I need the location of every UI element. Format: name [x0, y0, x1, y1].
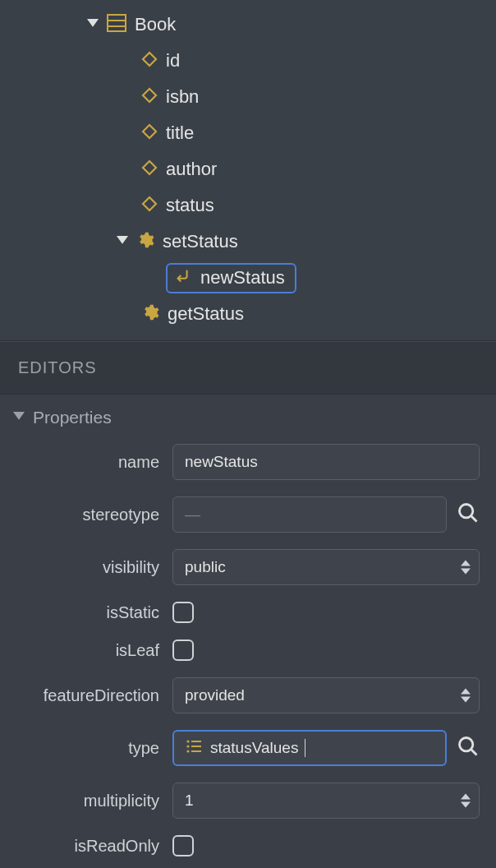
svg-rect-22 [191, 750, 201, 752]
svg-marker-7 [143, 161, 156, 174]
name-value: newStatus [185, 453, 258, 471]
svg-line-24 [471, 749, 477, 755]
selected-node: newStatus [166, 263, 296, 293]
featuredirection-value: provided [185, 686, 245, 704]
svg-marker-6 [143, 125, 156, 138]
type-input[interactable]: statusValues [172, 730, 447, 766]
tree-node-attribute[interactable]: author [0, 151, 496, 187]
name-input[interactable]: newStatus [172, 444, 480, 480]
search-icon[interactable] [457, 735, 480, 762]
svg-rect-18 [191, 741, 201, 742]
isstatic-checkbox[interactable] [172, 602, 194, 623]
tree-label: title [166, 122, 194, 144]
stereotype-input[interactable]: — [172, 496, 447, 533]
svg-marker-26 [461, 801, 471, 807]
select-arrows-icon [461, 688, 471, 703]
tree-label: author [166, 159, 217, 180]
diamond-icon [141, 159, 158, 180]
svg-rect-20 [191, 746, 201, 747]
svg-marker-13 [461, 560, 471, 566]
select-arrows-icon [461, 560, 471, 575]
visibility-label: visibility [16, 558, 172, 577]
tree-label: isbn [166, 86, 199, 108]
multiplicity-select[interactable]: 1 [172, 783, 480, 819]
tree-node-attribute[interactable]: id [0, 43, 496, 79]
section-title: Properties [33, 408, 112, 427]
svg-marker-8 [143, 197, 156, 210]
tree-node-getstatus[interactable]: getStatus [0, 296, 496, 332]
tree-node-attribute[interactable]: status [0, 187, 496, 224]
tree-node-book[interactable]: Book [0, 7, 496, 43]
visibility-select[interactable]: public [172, 549, 480, 585]
search-icon[interactable] [457, 501, 480, 529]
class-icon [107, 14, 126, 36]
visibility-value: public [185, 558, 226, 576]
multiplicity-label: multiplicity [16, 792, 172, 810]
select-arrows-icon [461, 793, 471, 808]
diamond-icon [141, 196, 158, 216]
tree-node-attribute[interactable]: isbn [0, 79, 496, 115]
tree-label: newStatus [200, 267, 285, 289]
tree-label: Book [135, 14, 176, 35]
svg-line-12 [471, 515, 477, 521]
tree-label: id [166, 50, 180, 72]
svg-point-11 [460, 504, 473, 517]
multiplicity-value: 1 [185, 792, 194, 810]
properties-form: name newStatus stereotype — visibility p… [0, 441, 496, 868]
isreadonly-checkbox[interactable] [172, 835, 194, 856]
expander-icon[interactable] [117, 236, 128, 247]
diamond-icon [141, 123, 158, 144]
svg-rect-1 [108, 15, 126, 31]
svg-marker-15 [461, 688, 471, 694]
featuredirection-label: featureDirection [16, 686, 172, 705]
isreadonly-label: isReadOnly [16, 837, 172, 856]
svg-marker-0 [87, 19, 99, 27]
svg-point-23 [460, 737, 473, 750]
isleaf-checkbox[interactable] [172, 639, 194, 661]
properties-section-header[interactable]: Properties [0, 395, 496, 441]
svg-marker-14 [461, 568, 471, 574]
type-label: type [16, 739, 172, 758]
svg-point-21 [186, 750, 189, 752]
editors-header: EDITORS [0, 341, 496, 395]
tree-label: status [166, 195, 214, 216]
svg-marker-16 [461, 696, 471, 702]
enum-icon [186, 739, 202, 758]
expander-icon[interactable] [87, 19, 99, 30]
gear-icon [141, 303, 159, 326]
svg-marker-4 [143, 53, 156, 66]
tree-node-newstatus[interactable]: newStatus [0, 260, 496, 296]
return-icon [174, 267, 192, 289]
stereotype-label: stereotype [16, 506, 172, 524]
type-value: statusValues [210, 739, 298, 757]
svg-marker-25 [461, 793, 471, 799]
stereotype-placeholder: — [185, 506, 200, 524]
gear-icon [136, 231, 154, 253]
diamond-icon [141, 87, 158, 108]
name-label: name [16, 453, 172, 472]
tree-label: getStatus [168, 303, 244, 325]
chevron-down-icon [13, 408, 25, 427]
svg-marker-9 [117, 236, 128, 244]
model-tree: Book idisbntitleauthorstatus setStatus n… [0, 0, 496, 341]
isstatic-label: isStatic [16, 603, 172, 622]
tree-label: setStatus [163, 231, 238, 252]
svg-point-19 [186, 745, 189, 747]
text-caret [305, 739, 305, 757]
tree-node-setstatus[interactable]: setStatus [0, 224, 496, 260]
svg-marker-5 [143, 89, 156, 102]
tree-node-attribute[interactable]: title [0, 115, 496, 151]
svg-point-17 [186, 740, 189, 742]
diamond-icon [141, 51, 158, 72]
isleaf-label: isLeaf [16, 641, 172, 660]
svg-marker-10 [13, 412, 25, 420]
featuredirection-select[interactable]: provided [172, 677, 480, 713]
